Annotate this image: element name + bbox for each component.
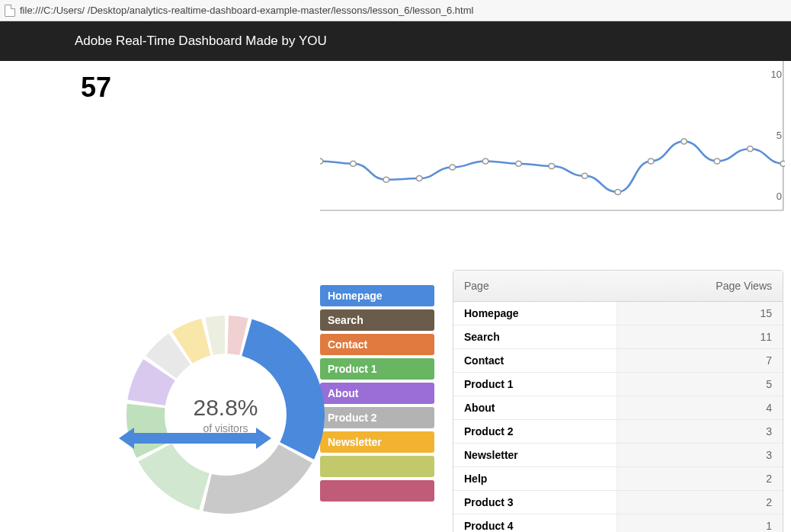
cell-views: 15: [616, 302, 783, 325]
chart-legend: HomepageSearchContactProduct 1AboutProdu…: [320, 285, 434, 532]
cell-page: Product 3: [453, 491, 616, 514]
cell-page: Newsletter: [453, 444, 616, 467]
cell-views: 5: [616, 373, 783, 396]
svg-point-3: [351, 161, 357, 166]
svg-point-6: [450, 165, 456, 170]
table-row: Homepage15: [453, 302, 783, 325]
legend-item-label: Product 1: [328, 363, 377, 375]
legend-item[interactable]: Product 2: [320, 407, 434, 428]
legend-item[interactable]: Search: [320, 309, 434, 331]
legend-item[interactable]: Newsletter: [320, 431, 434, 453]
cell-views: 3: [616, 420, 783, 444]
legend-item[interactable]: [320, 456, 434, 477]
cell-page: Product 4: [453, 514, 616, 533]
app-header: Adobe Real-Time Dashboard Made by YOU: [0, 21, 791, 61]
y-tick-0: 0: [777, 191, 782, 202]
page-icon: [5, 5, 15, 17]
table-row: Contact7: [453, 349, 783, 373]
svg-point-15: [748, 146, 754, 152]
svg-point-11: [615, 189, 621, 194]
donut-chart: 28.8% of visitors: [119, 308, 332, 532]
cell-views: 11: [616, 325, 783, 349]
svg-point-4: [383, 177, 389, 182]
legend-item[interactable]: Homepage: [320, 285, 434, 306]
cell-views: 4: [616, 396, 783, 420]
y-tick-5: 5: [777, 130, 782, 141]
svg-point-9: [549, 163, 555, 168]
col-header-views: Page Views: [616, 271, 783, 302]
svg-point-2: [320, 159, 323, 164]
legend-item-label: Homepage: [328, 290, 383, 302]
cell-views: 3: [616, 444, 783, 467]
col-header-page: Page: [453, 271, 616, 302]
cell-page: Search: [453, 325, 616, 349]
table-row: Help2: [453, 467, 783, 491]
cell-page: Product 1: [453, 373, 616, 396]
legend-item[interactable]: Contact: [320, 334, 434, 355]
y-tick-10: 10: [771, 69, 782, 80]
svg-point-10: [582, 173, 588, 178]
svg-point-5: [416, 176, 422, 181]
legend-item[interactable]: [320, 480, 434, 502]
table-row: Product 15: [453, 373, 783, 396]
cell-views: 1: [616, 514, 783, 533]
cell-views: 7: [616, 349, 783, 373]
table-row: Newsletter3: [453, 444, 783, 467]
cell-views: 2: [616, 467, 783, 491]
svg-point-7: [482, 159, 488, 164]
app-title: Adobe Real-Time Dashboard Made by YOU: [75, 34, 327, 48]
table-row: Product 23: [453, 420, 783, 444]
cell-page: About: [453, 396, 616, 420]
table-row: Product 41: [453, 514, 783, 533]
browser-address-bar[interactable]: file:///C:/Users/ /Desktop/analytics-rea…: [0, 0, 791, 21]
line-chart: 10 5 0: [320, 61, 785, 213]
cell-page: Contact: [453, 349, 616, 373]
legend-item[interactable]: About: [320, 383, 434, 404]
cell-page: Homepage: [453, 302, 616, 325]
cell-page: Help: [453, 467, 616, 491]
table-row: About4: [453, 396, 783, 420]
legend-item-label: Newsletter: [328, 436, 382, 448]
cell-views: 2: [616, 491, 783, 514]
svg-point-12: [648, 159, 654, 164]
svg-point-13: [681, 139, 687, 144]
legend-item-label: Search: [328, 314, 363, 326]
cell-page: Product 2: [453, 420, 616, 444]
svg-point-8: [516, 161, 522, 166]
table-row: Product 32: [453, 491, 783, 514]
table-row: Search11: [453, 325, 783, 349]
legend-item-label: Contact: [328, 338, 367, 351]
page-views-table: Page Page Views Homepage15Search11Contac…: [453, 270, 783, 532]
svg-point-14: [714, 159, 720, 164]
svg-point-16: [780, 161, 785, 166]
dashboard-content: 57 10 5 0 28.8% of visitors HomepageSear…: [0, 61, 791, 532]
url-text: file:///C:/Users/ /Desktop/analytics-rea…: [20, 5, 473, 16]
legend-item-label: About: [328, 387, 358, 399]
legend-item-label: Product 2: [328, 412, 377, 424]
legend-item[interactable]: Product 1: [320, 358, 434, 380]
